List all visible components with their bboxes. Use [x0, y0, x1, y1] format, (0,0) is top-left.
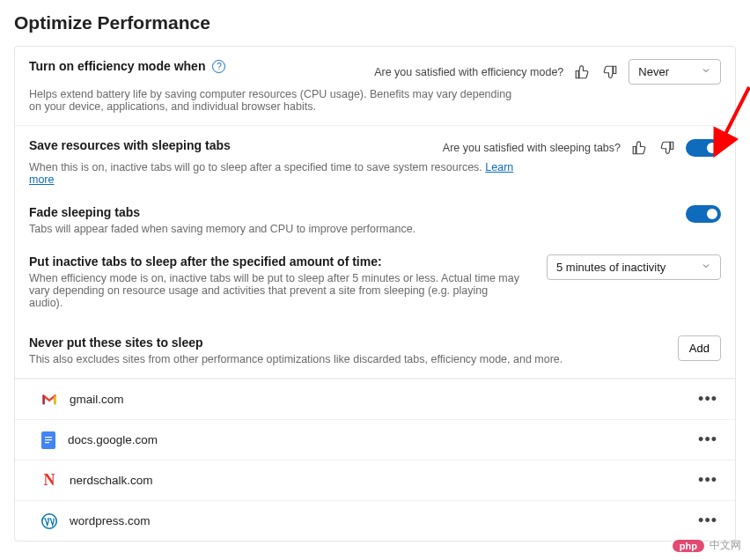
- site-name: nerdschalk.com: [70, 474, 682, 487]
- sleeping-tabs-toggle[interactable]: [686, 139, 721, 157]
- thumbs-up-icon[interactable]: [572, 63, 592, 82]
- site-row: gmail.com •••: [15, 379, 735, 419]
- sleeping-title: Save resources with sleeping tabs: [29, 138, 432, 152]
- svg-rect-1: [45, 439, 52, 440]
- chevron-down-icon: [701, 65, 711, 78]
- thumbs-down-icon[interactable]: [658, 138, 677, 158]
- page-title: Optimize Performance: [14, 12, 736, 33]
- thumbs-down-icon[interactable]: [600, 63, 620, 82]
- section-sleeping-tabs: Save resources with sleeping tabs Are yo…: [15, 126, 735, 379]
- svg-rect-2: [45, 442, 49, 443]
- nerdschalk-icon: N: [41, 473, 57, 489]
- watermark-pill: php: [673, 540, 704, 552]
- more-options-icon[interactable]: •••: [695, 431, 721, 449]
- site-row: wordpress.com •••: [15, 500, 735, 541]
- efficiency-feedback-question: Are you satisfied with efficiency mode?: [374, 66, 563, 78]
- site-row: docs.google.com •••: [15, 419, 735, 460]
- timer-desc: When efficiency mode is on, inactive tab…: [29, 272, 522, 309]
- more-options-icon[interactable]: •••: [695, 390, 721, 409]
- google-docs-icon: [41, 431, 55, 449]
- svg-rect-0: [45, 437, 52, 438]
- thumbs-up-icon[interactable]: [629, 138, 649, 158]
- more-options-icon[interactable]: •••: [695, 512, 721, 530]
- chevron-down-icon: [701, 261, 711, 274]
- help-icon[interactable]: ?: [212, 60, 225, 73]
- fade-tabs-toggle[interactable]: [686, 205, 721, 223]
- fade-title: Fade sleeping tabs: [29, 205, 675, 219]
- add-site-button[interactable]: Add: [678, 335, 721, 361]
- sleep-timer-select-value: 5 minutes of inactivity: [556, 261, 665, 274]
- wordpress-icon: [41, 513, 57, 529]
- timer-title: Put inactive tabs to sleep after the spe…: [29, 254, 536, 269]
- sleeping-desc: When this is on, inactive tabs will go t…: [29, 161, 522, 186]
- efficiency-mode-select-value: Never: [638, 65, 669, 78]
- fade-desc: Tabs will appear faded when saving memor…: [29, 223, 522, 235]
- more-options-icon[interactable]: •••: [695, 471, 721, 490]
- never-sleep-title: Never put these sites to sleep: [29, 335, 667, 350]
- settings-card: Turn on efficiency mode when ? Are you s…: [14, 46, 736, 542]
- efficiency-mode-select[interactable]: Never: [629, 59, 721, 85]
- watermark: php 中文网: [673, 538, 741, 553]
- watermark-text: 中文网: [710, 538, 741, 553]
- efficiency-desc: Helps extend battery life by saving comp…: [29, 88, 522, 113]
- site-row: N nerdschalk.com •••: [15, 460, 735, 500]
- site-name: gmail.com: [70, 393, 682, 406]
- site-name: wordpress.com: [70, 514, 682, 527]
- gmail-icon: [41, 392, 57, 408]
- sleeping-feedback-question: Are you satisfied with sleeping tabs?: [443, 142, 621, 154]
- efficiency-title: Turn on efficiency mode when: [29, 59, 205, 73]
- sleep-timer-select[interactable]: 5 minutes of inactivity: [547, 254, 721, 280]
- never-sleep-desc: This also excludes sites from other perf…: [29, 353, 628, 365]
- site-name: docs.google.com: [68, 433, 682, 446]
- svg-point-3: [42, 513, 57, 528]
- section-efficiency-mode: Turn on efficiency mode when ? Are you s…: [15, 47, 735, 126]
